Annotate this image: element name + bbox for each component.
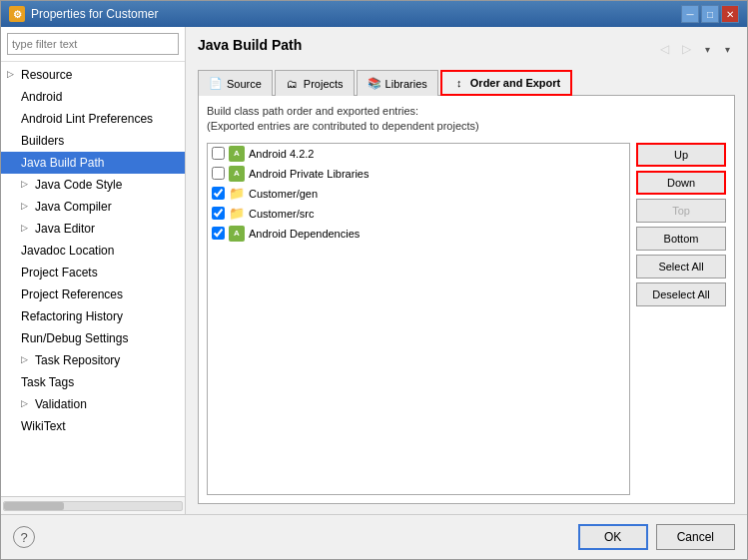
sidebar-item-java-build-path[interactable]: Java Build Path bbox=[1, 152, 185, 174]
sidebar-item-java-editor[interactable]: ▷ Java Editor bbox=[1, 218, 185, 240]
description-line1: Build class path order and exported entr… bbox=[207, 105, 418, 117]
expand-arrow: ▷ bbox=[21, 222, 31, 236]
nav-dropdown[interactable]: ▾ bbox=[699, 40, 715, 58]
list-item[interactable]: A Android 4.2.2 bbox=[208, 144, 629, 164]
scrollbar-thumb bbox=[4, 502, 64, 510]
expand-arrow: ▷ bbox=[21, 178, 31, 192]
entry-checkbox-customer-gen[interactable] bbox=[212, 187, 225, 200]
expand-arrow: ▷ bbox=[21, 200, 31, 214]
entry-label: Customer/gen bbox=[249, 188, 318, 200]
entry-label: Customer/src bbox=[249, 208, 314, 220]
tree-area: ▷ Resource Android Android Lint Preferen… bbox=[1, 62, 185, 496]
entry-checkbox-android-deps[interactable] bbox=[212, 227, 225, 240]
tab-order-export-label: Order and Export bbox=[470, 77, 560, 89]
sidebar-item-label: Java Code Style bbox=[35, 176, 122, 194]
sidebar-item-refactoring[interactable]: Refactoring History bbox=[1, 305, 185, 327]
sidebar-item-label: Run/Debug Settings bbox=[21, 329, 128, 347]
tab-order-export[interactable]: ↕ Order and Export bbox=[440, 70, 572, 96]
side-buttons: Up Down Top Bottom Select All Deselect A… bbox=[636, 143, 726, 495]
sidebar-item-label: Android bbox=[21, 88, 62, 106]
sidebar-item-java-compiler[interactable]: ▷ Java Compiler bbox=[1, 196, 185, 218]
sidebar-item-task-tags[interactable]: Task Tags bbox=[1, 371, 185, 393]
sidebar-item-label: Task Repository bbox=[35, 351, 120, 369]
down-button[interactable]: Down bbox=[636, 171, 726, 195]
sidebar-item-javadoc[interactable]: Javadoc Location bbox=[1, 240, 185, 262]
tab-projects-label: Projects bbox=[304, 78, 344, 90]
sidebar-item-label: WikiText bbox=[21, 417, 66, 435]
top-button[interactable]: Top bbox=[636, 199, 726, 223]
forward-arrow[interactable]: ▷ bbox=[677, 40, 695, 58]
bottom-bar: ? OK Cancel bbox=[1, 514, 747, 559]
deselect-all-button[interactable]: Deselect All bbox=[636, 282, 726, 306]
help-button[interactable]: ? bbox=[13, 526, 35, 548]
up-button[interactable]: Up bbox=[636, 143, 726, 167]
sidebar-item-validation[interactable]: ▷ Validation bbox=[1, 393, 185, 415]
content-area: Build class path order and exported entr… bbox=[198, 96, 735, 504]
tab-source-label: Source bbox=[227, 78, 262, 90]
tab-source[interactable]: 📄 Source bbox=[198, 70, 273, 96]
entry-checkbox-customer-src[interactable] bbox=[212, 207, 225, 220]
panel-title: Java Build Path bbox=[198, 37, 302, 53]
sidebar-item-label: Project References bbox=[21, 285, 123, 303]
select-all-button[interactable]: Select All bbox=[636, 255, 726, 279]
sidebar-item-task-repository[interactable]: ▷ Task Repository bbox=[1, 349, 185, 371]
folder-icon: 📁 bbox=[229, 206, 245, 222]
sidebar-item-android[interactable]: Android bbox=[1, 86, 185, 108]
close-button[interactable]: ✕ bbox=[721, 5, 739, 23]
entry-checkbox-android-private[interactable] bbox=[212, 167, 225, 180]
tab-libraries[interactable]: 📚 Libraries bbox=[357, 70, 438, 96]
dialog-icon: ⚙ bbox=[9, 6, 25, 22]
sidebar-item-label: Javadoc Location bbox=[21, 242, 114, 260]
ok-button[interactable]: OK bbox=[578, 524, 648, 550]
sidebar-item-run-debug[interactable]: Run/Debug Settings bbox=[1, 327, 185, 349]
folder-icon: 📁 bbox=[229, 186, 245, 202]
entry-checkbox-android422[interactable] bbox=[212, 147, 225, 160]
entry-label: Android Private Libraries bbox=[249, 168, 369, 180]
entry-label: Android 4.2.2 bbox=[249, 148, 314, 160]
projects-tab-icon: 🗂 bbox=[286, 77, 300, 91]
description-line2: (Exported entries are contributed to dep… bbox=[207, 120, 479, 132]
tab-libraries-label: Libraries bbox=[385, 78, 427, 90]
list-item[interactable]: 📁 Customer/gen bbox=[208, 184, 629, 204]
nav-dropdown2[interactable]: ▾ bbox=[719, 40, 735, 58]
sidebar-item-label: Validation bbox=[35, 395, 87, 413]
left-panel: ▷ Resource Android Android Lint Preferen… bbox=[1, 27, 186, 514]
sidebar-item-project-references[interactable]: Project References bbox=[1, 283, 185, 305]
sidebar-item-resource[interactable]: ▷ Resource bbox=[1, 64, 185, 86]
sidebar-item-label: Java Compiler bbox=[35, 198, 112, 216]
list-item[interactable]: A Android Dependencies bbox=[208, 224, 629, 244]
list-item[interactable]: A Android Private Libraries bbox=[208, 164, 629, 184]
back-arrow[interactable]: ◁ bbox=[655, 40, 673, 58]
source-tab-icon: 📄 bbox=[209, 77, 223, 91]
sidebar-item-label: Project Facets bbox=[21, 264, 98, 281]
filter-input[interactable] bbox=[7, 33, 179, 55]
minimize-button[interactable]: ─ bbox=[681, 5, 699, 23]
list-item[interactable]: 📁 Customer/src bbox=[208, 204, 629, 224]
right-panel: Java Build Path ◁ ▷ ▾ ▾ 📄 Source 🗂 Proje… bbox=[186, 27, 747, 514]
sidebar-item-label: Task Tags bbox=[21, 373, 74, 391]
entry-label: Android Dependencies bbox=[249, 228, 360, 240]
sidebar-item-wikitext[interactable]: WikiText bbox=[1, 415, 185, 437]
sidebar-item-android-lint[interactable]: Android Lint Preferences bbox=[1, 108, 185, 130]
dialog-title: Properties for Customer bbox=[31, 7, 158, 21]
order-export-tab-icon: ↕ bbox=[452, 76, 466, 90]
sidebar-item-java-code-style[interactable]: ▷ Java Code Style bbox=[1, 174, 185, 196]
properties-dialog: ⚙ Properties for Customer ─ □ ✕ ▷ Resour… bbox=[0, 0, 748, 560]
android-icon: A bbox=[229, 146, 245, 162]
maximize-button[interactable]: □ bbox=[701, 5, 719, 23]
expand-arrow: ▷ bbox=[7, 68, 17, 82]
libraries-tab-icon: 📚 bbox=[368, 77, 381, 91]
sidebar-item-builders[interactable]: Builders bbox=[1, 130, 185, 152]
android-icon: A bbox=[229, 226, 245, 242]
cancel-button[interactable]: Cancel bbox=[656, 524, 735, 550]
sidebar-item-label: Resource bbox=[21, 66, 72, 84]
entries-list[interactable]: A Android 4.2.2 A Android Private Librar… bbox=[207, 143, 630, 495]
horizontal-scrollbar[interactable] bbox=[3, 501, 183, 511]
sidebar-item-project-facets[interactable]: Project Facets bbox=[1, 262, 185, 283]
tab-projects[interactable]: 🗂 Projects bbox=[275, 70, 355, 96]
bottom-button[interactable]: Bottom bbox=[636, 227, 726, 251]
sidebar-item-label: Refactoring History bbox=[21, 307, 123, 325]
sidebar-item-label: Builders bbox=[21, 132, 64, 150]
expand-arrow: ▷ bbox=[21, 353, 31, 367]
main-content: ▷ Resource Android Android Lint Preferen… bbox=[1, 27, 747, 514]
